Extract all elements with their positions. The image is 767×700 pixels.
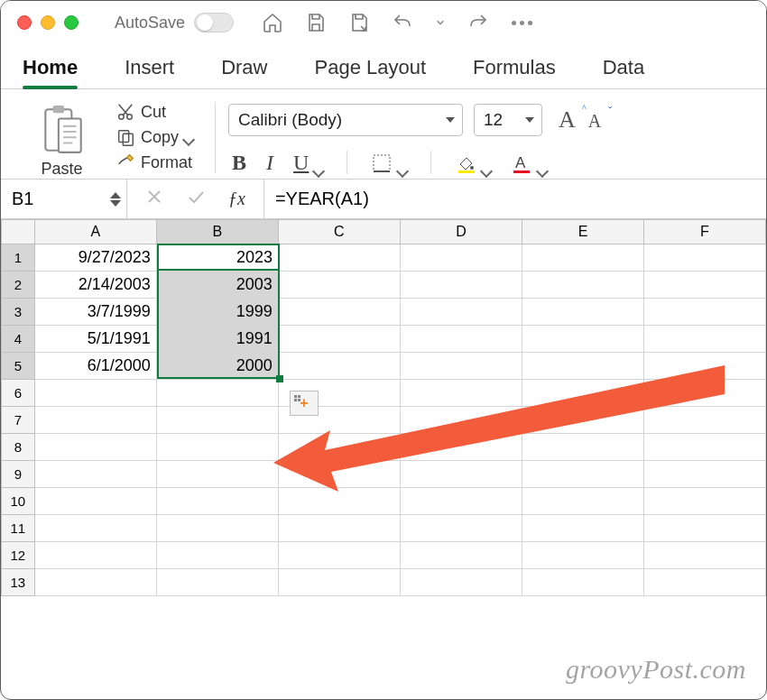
cell-B3[interactable]: 1999: [157, 299, 279, 326]
cell-F3[interactable]: [644, 299, 766, 326]
cell-E11[interactable]: [522, 515, 644, 542]
row-header-7[interactable]: 7: [1, 407, 35, 434]
row-header-10[interactable]: 10: [1, 488, 35, 515]
italic-button[interactable]: I: [266, 151, 273, 175]
cell-F8[interactable]: [644, 434, 766, 461]
cell-D4[interactable]: [401, 326, 522, 353]
cell-B13[interactable]: [157, 569, 279, 596]
cell-F11[interactable]: [644, 515, 766, 542]
undo-icon[interactable]: [391, 11, 414, 34]
cell-D2[interactable]: [401, 272, 522, 299]
cell-F13[interactable]: [644, 569, 766, 596]
increase-font-size-button[interactable]: A: [559, 106, 576, 134]
row-header-11[interactable]: 11: [1, 515, 35, 542]
cell-F5[interactable]: [644, 353, 766, 380]
cell-A4[interactable]: 5/1/1991: [35, 326, 157, 353]
cell-E5[interactable]: [522, 353, 644, 380]
cell-B12[interactable]: [157, 542, 279, 569]
cell-F10[interactable]: [644, 488, 766, 515]
column-header-E[interactable]: E: [522, 219, 644, 244]
row-header-12[interactable]: 12: [1, 542, 35, 569]
cell-F9[interactable]: [644, 461, 766, 488]
formula-input[interactable]: =YEAR(A1): [263, 180, 766, 218]
save-as-icon[interactable]: [347, 11, 371, 34]
cell-F4[interactable]: [644, 326, 766, 353]
underline-button[interactable]: U: [293, 151, 323, 175]
cell-E1[interactable]: [522, 244, 644, 272]
cell-D6[interactable]: [401, 380, 522, 407]
cell-B7[interactable]: [157, 407, 279, 434]
home-icon[interactable]: [261, 11, 284, 34]
cell-A12[interactable]: [35, 542, 157, 569]
cell-A2[interactable]: 2/14/2003: [35, 272, 157, 299]
cell-B9[interactable]: [157, 461, 279, 488]
cell-C10[interactable]: [279, 488, 401, 515]
chevron-down-icon[interactable]: [314, 159, 323, 168]
more-commands-icon[interactable]: [510, 11, 533, 34]
cell-C2[interactable]: [279, 272, 401, 299]
cell-B2[interactable]: 2003: [157, 272, 279, 299]
chevron-down-icon[interactable]: [482, 159, 491, 168]
insert-function-button[interactable]: ƒx: [228, 189, 245, 209]
cell-B10[interactable]: [157, 488, 279, 515]
cell-C5[interactable]: [279, 353, 401, 380]
tab-home[interactable]: Home: [23, 56, 78, 88]
save-icon[interactable]: [304, 11, 328, 34]
format-painter-button[interactable]: Format: [116, 152, 193, 172]
cell-A7[interactable]: [35, 407, 157, 434]
cell-C12[interactable]: [279, 542, 401, 569]
row-header-8[interactable]: 8: [1, 434, 35, 461]
tab-draw[interactable]: Draw: [221, 56, 267, 88]
cell-E8[interactable]: [522, 434, 644, 461]
cell-C11[interactable]: [279, 515, 401, 542]
autosave-control[interactable]: AutoSave: [115, 13, 234, 32]
cell-E3[interactable]: [522, 299, 644, 326]
name-box-stepper[interactable]: [110, 192, 121, 207]
row-header-2[interactable]: 2: [1, 272, 35, 299]
cell-F12[interactable]: [644, 542, 766, 569]
undo-dropdown-icon[interactable]: [434, 11, 447, 34]
cell-E10[interactable]: [522, 488, 644, 515]
cell-B8[interactable]: [157, 434, 279, 461]
name-box[interactable]: B1: [1, 180, 127, 218]
cell-A10[interactable]: [35, 488, 157, 515]
cell-D11[interactable]: [401, 515, 522, 542]
cut-button[interactable]: Cut: [116, 102, 193, 122]
font-color-button[interactable]: A: [511, 152, 547, 174]
cell-F6[interactable]: [644, 380, 766, 407]
select-all-corner[interactable]: [1, 219, 35, 244]
cell-D12[interactable]: [401, 542, 522, 569]
maximize-window-button[interactable]: [64, 15, 79, 30]
accept-formula-icon[interactable]: [187, 188, 205, 211]
tab-data[interactable]: Data: [603, 56, 644, 88]
cell-A1[interactable]: 9/27/2023: [35, 244, 157, 272]
cell-C3[interactable]: [279, 299, 401, 326]
cell-E6[interactable]: [522, 380, 644, 407]
column-header-C[interactable]: C: [279, 219, 401, 244]
cell-E7[interactable]: [522, 407, 644, 434]
cell-C1[interactable]: [279, 244, 401, 272]
cell-E13[interactable]: [522, 569, 644, 596]
cell-A8[interactable]: [35, 434, 157, 461]
column-header-B[interactable]: B: [157, 219, 279, 244]
cell-E9[interactable]: [522, 461, 644, 488]
cell-A11[interactable]: [35, 515, 157, 542]
cell-F2[interactable]: [644, 272, 766, 299]
copy-button[interactable]: Copy: [116, 127, 193, 147]
fill-color-button[interactable]: [455, 152, 491, 174]
cell-E4[interactable]: [522, 326, 644, 353]
cell-E12[interactable]: [522, 542, 644, 569]
cell-B11[interactable]: [157, 515, 279, 542]
autofill-options-button[interactable]: +: [290, 391, 319, 416]
row-header-3[interactable]: 3: [1, 299, 35, 326]
cell-A6[interactable]: [35, 380, 157, 407]
cell-D8[interactable]: [401, 434, 522, 461]
cell-B5[interactable]: 2000: [157, 353, 279, 380]
font-name-select[interactable]: Calibri (Body): [228, 104, 463, 136]
chevron-down-icon[interactable]: [538, 159, 547, 168]
row-header-9[interactable]: 9: [1, 461, 35, 488]
cell-C4[interactable]: [279, 326, 401, 353]
cancel-formula-icon[interactable]: [145, 188, 163, 211]
cell-A3[interactable]: 3/7/1999: [35, 299, 157, 326]
redo-icon[interactable]: [467, 11, 490, 34]
